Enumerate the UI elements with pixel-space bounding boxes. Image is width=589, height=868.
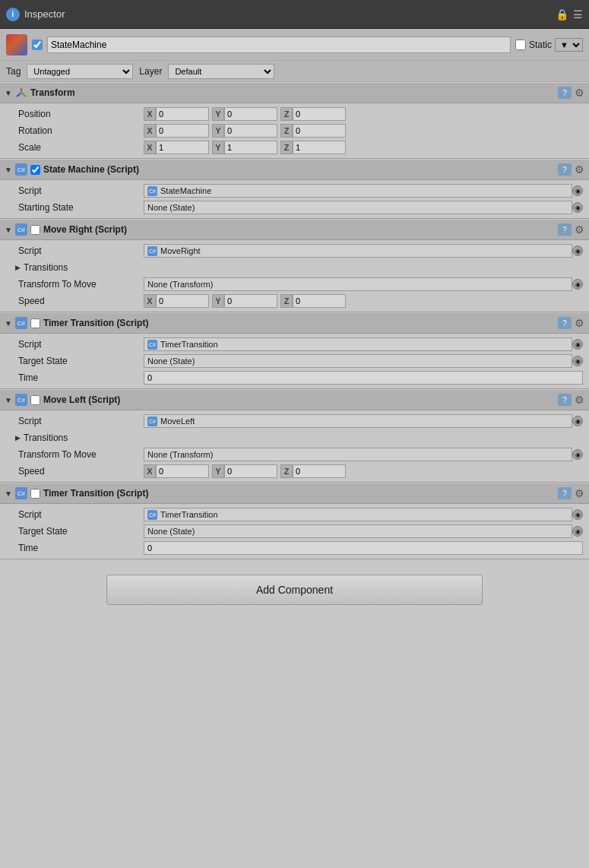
move-left-script-icon: C# xyxy=(15,394,27,406)
starting-state-circle-btn[interactable]: ◉ xyxy=(572,202,583,213)
move-right-speed-row: Speed X Y Z xyxy=(0,293,589,309)
move-right-collapse-arrow: ▼ xyxy=(5,226,12,234)
transform-section-title: Transform xyxy=(30,87,555,98)
move-right-script-circle-btn[interactable]: ◉ xyxy=(572,246,583,256)
move-left-transform-circle-btn[interactable]: ◉ xyxy=(572,449,583,460)
layer-select[interactable]: Default xyxy=(168,64,274,79)
timer-transition-2-gear-button[interactable]: ⚙ xyxy=(575,487,584,499)
timer-transition-1-target-state-circle-btn[interactable]: ◉ xyxy=(572,356,583,366)
move-left-script-circle-btn[interactable]: ◉ xyxy=(572,416,583,426)
move-right-speed-y-input[interactable] xyxy=(224,294,277,308)
scale-y-label: Y xyxy=(212,141,224,154)
position-y-input[interactable] xyxy=(224,107,277,121)
move-right-help-button[interactable]: ? xyxy=(558,223,572,236)
move-right-enable-checkbox[interactable] xyxy=(30,225,40,235)
timer-transition-2-fields: Script C# TimerTransition ◉ Target State… xyxy=(0,504,589,559)
move-left-script-name: MoveLeft xyxy=(160,417,568,426)
move-left-section-header[interactable]: ▼ C# Move Left (Script) ? ⚙ xyxy=(0,389,589,410)
scale-y-input[interactable] xyxy=(224,141,277,154)
lock-icon[interactable]: 🔒 xyxy=(556,8,568,21)
timer-transition-2-time-input[interactable] xyxy=(144,541,583,555)
timer-transition-2-script-circle-btn[interactable]: ◉ xyxy=(572,509,583,520)
move-right-section-header[interactable]: ▼ C# Move Right (Script) ? ⚙ xyxy=(0,219,589,240)
move-right-gear-button[interactable]: ⚙ xyxy=(575,223,584,236)
rotation-label: Rotation xyxy=(18,125,144,136)
state-machine-section-header[interactable]: ▼ C# State Machine (Script) ? ⚙ xyxy=(0,159,589,180)
static-checkbox[interactable] xyxy=(515,40,526,50)
inspector-title: Inspector xyxy=(24,8,65,20)
state-machine-script-circle-btn[interactable]: ◉ xyxy=(572,185,583,196)
rotation-y-input[interactable] xyxy=(224,124,277,138)
add-component-area: Add Component xyxy=(0,559,589,620)
timer-transition-2-help-button[interactable]: ? xyxy=(558,487,572,499)
move-left-transitions-row[interactable]: ▶ Transitions xyxy=(0,429,589,446)
position-xyz: X Y Z xyxy=(144,107,583,121)
state-machine-collapse-arrow: ▼ xyxy=(5,166,12,174)
move-right-transitions-arrow: ▶ xyxy=(15,264,21,271)
state-machine-script-value: C# StateMachine xyxy=(144,184,572,198)
move-right-speed-x-input[interactable] xyxy=(156,294,209,308)
timer-transition-2-script-label: Script xyxy=(18,509,144,520)
state-machine-gear-button[interactable]: ⚙ xyxy=(575,163,584,176)
transform-section-header[interactable]: ▼ Transform ? ⚙ xyxy=(0,82,589,103)
svg-point-3 xyxy=(20,91,23,94)
transform-help-button[interactable]: ? xyxy=(558,87,572,99)
transform-gear-button[interactable]: ⚙ xyxy=(575,87,584,99)
rotation-xyz: X Y Z xyxy=(144,124,583,138)
timer-transition-1-gear-button[interactable]: ⚙ xyxy=(575,317,584,329)
position-x-input[interactable] xyxy=(156,107,209,121)
move-left-script-row: Script C# MoveLeft ◉ xyxy=(0,413,589,429)
state-machine-enable-checkbox[interactable] xyxy=(30,165,40,175)
move-right-speed-z-label: Z xyxy=(280,294,293,308)
timer-transition-2-target-state-circle-btn[interactable]: ◉ xyxy=(572,526,583,537)
state-machine-script-label: Script xyxy=(18,185,144,196)
move-right-speed-z-input[interactable] xyxy=(293,294,346,308)
state-machine-help-button[interactable]: ? xyxy=(558,163,572,176)
move-right-section-title: Move Right (Script) xyxy=(43,224,555,235)
menu-icon[interactable]: ☰ xyxy=(573,8,583,21)
position-label: Position xyxy=(18,109,144,119)
move-left-gear-button[interactable]: ⚙ xyxy=(575,394,584,406)
rotation-z-input[interactable] xyxy=(293,124,346,138)
state-machine-script-row: Script C# StateMachine ◉ xyxy=(0,182,589,199)
move-right-transitions-row[interactable]: ▶ Transitions xyxy=(0,259,589,276)
timer-transition-1-time-input[interactable] xyxy=(144,371,583,385)
object-enable-checkbox[interactable] xyxy=(32,40,43,50)
scale-z-input[interactable] xyxy=(293,141,346,154)
move-right-transform-value: None (Transform) xyxy=(144,277,572,291)
state-machine-script-icon: C# xyxy=(15,163,27,176)
add-component-button[interactable]: Add Component xyxy=(106,575,483,605)
timer-transition-1-section-header[interactable]: ▼ C# Timer Transition (Script) ? ⚙ xyxy=(0,312,589,334)
static-dropdown[interactable]: ▼ xyxy=(555,38,583,52)
scale-label: Scale xyxy=(18,142,144,153)
position-z-input[interactable] xyxy=(293,107,346,121)
timer-transition-2-enable-checkbox[interactable] xyxy=(30,489,40,499)
timer-transition-1-script-circle-btn[interactable]: ◉ xyxy=(572,339,583,350)
move-left-enable-checkbox[interactable] xyxy=(30,395,40,405)
scale-x-input[interactable] xyxy=(156,141,209,154)
move-left-speed-y-input[interactable] xyxy=(224,464,277,478)
move-left-script-value: C# MoveLeft xyxy=(144,414,572,428)
move-left-speed-row: Speed X Y Z xyxy=(0,463,589,480)
move-right-speed-label: Speed xyxy=(18,296,144,306)
move-right-script-row: Script C# MoveRight ◉ xyxy=(0,242,589,259)
timer-transition-1-enable-checkbox[interactable] xyxy=(30,318,40,328)
move-left-speed-z-input[interactable] xyxy=(293,464,346,478)
object-name-input[interactable] xyxy=(47,36,511,53)
move-right-transform-circle-btn[interactable]: ◉ xyxy=(572,279,583,290)
timer-transition-2-section-header[interactable]: ▼ C# Timer Transition (Script) ? ⚙ xyxy=(0,483,589,504)
rotation-x-input[interactable] xyxy=(156,124,209,138)
move-left-fields: Script C# MoveLeft ◉ ▶ Transitions Trans… xyxy=(0,410,589,483)
move-left-transitions-label: Transitions xyxy=(24,432,68,443)
timer-transition-1-script-value: C# TimerTransition xyxy=(144,337,572,351)
scale-z-label: Z xyxy=(280,141,293,154)
move-left-collapse-arrow: ▼ xyxy=(5,396,12,404)
move-left-help-button[interactable]: ? xyxy=(558,394,572,406)
timer-transition-1-help-button[interactable]: ? xyxy=(558,317,572,329)
rotation-z-label: Z xyxy=(280,124,293,138)
timer-transition-2-time-label: Time xyxy=(18,543,144,553)
move-right-fields: Script C# MoveRight ◉ ▶ Transitions Tran… xyxy=(0,240,589,312)
position-x-label: X xyxy=(144,107,156,121)
move-left-speed-x-input[interactable] xyxy=(156,464,209,478)
tag-select[interactable]: Untagged xyxy=(27,64,133,79)
